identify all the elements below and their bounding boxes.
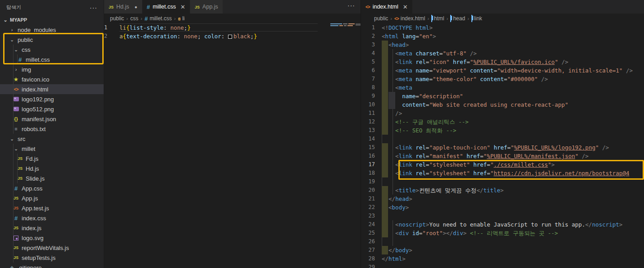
tab-label: index.html <box>373 4 398 10</box>
close-icon[interactable]: ✕ <box>403 4 408 10</box>
code-line-13[interactable]: 13 <!-- SEO 최적화 --> <box>361 126 644 135</box>
code-line-10[interactable]: 10 content="Web site created using creat… <box>361 100 644 109</box>
code-line-2[interactable]: 2a{text-decoration: none; color: black;} <box>104 32 361 41</box>
sidebar-item--gitignore[interactable]: ◆.gitignore <box>0 263 104 268</box>
sidebar-item-slide-js[interactable]: JSSlide.js <box>0 173 104 183</box>
sidebar-item-app-js[interactable]: JSApp.js <box>0 193 104 203</box>
sidebar-item-index-html[interactable]: <>index.html <box>0 84 104 94</box>
breadcrumb-separator-icon: › <box>141 16 142 21</box>
file-label: Hd.js <box>26 165 39 172</box>
breadcrumb-separator-icon: › <box>427 16 429 21</box>
indent-highlight <box>382 109 388 118</box>
tabbar-html-editor: <>index.html✕ <box>361 0 644 14</box>
editor-more-actions-icon[interactable]: ··· <box>347 3 355 8</box>
sidebar-item-img[interactable]: ›img <box>0 64 104 74</box>
code-line-25[interactable]: 25 <div id="root"></div> <!-- 리액트로 구동되는 … <box>361 229 644 237</box>
sidebar-item-node_modules[interactable]: ›node_modules <box>0 25 104 35</box>
code-line-19[interactable]: 19 <box>361 177 644 186</box>
indent-guide <box>393 126 393 135</box>
explorer-more-actions-icon[interactable]: ··· <box>90 5 97 10</box>
sidebar-item-millet[interactable]: ⌄millet <box>0 144 104 154</box>
minimap-slider[interactable] <box>356 23 361 26</box>
line-number: 14 <box>361 135 382 143</box>
sidebar-item-index-css[interactable]: #index.css <box>0 213 104 223</box>
code-line-3[interactable]: 3 <head> <box>361 41 644 49</box>
code-line-21[interactable]: 21 </head> <box>361 195 644 203</box>
sidebar-item-setuptests-js[interactable]: JSsetupTests.js <box>0 253 104 263</box>
breadcrumb-item-li[interactable]: ꞛli <box>178 15 185 22</box>
indent-highlight <box>382 229 388 237</box>
sidebar-item-app-test-js[interactable]: JSApp.test.js <box>0 203 104 213</box>
code-line-22[interactable]: 22 <body> <box>361 203 644 212</box>
code-line-9[interactable]: 9 name="description" <box>361 92 644 100</box>
code-line-24[interactable]: 24 <noscript>You need to enable JavaScri… <box>361 220 644 229</box>
breadcrumb-item-public[interactable]: public <box>110 15 124 22</box>
sidebar-item-logo192-png[interactable]: logo192.png <box>0 94 104 104</box>
code-line-23[interactable]: 23 <box>361 212 644 220</box>
css-file-icon: # <box>147 4 150 10</box>
sidebar-item-fd-js[interactable]: JSFd.js <box>0 154 104 164</box>
line-content: </html> <box>382 254 644 263</box>
sidebar-item-manifest-json[interactable]: {}manifest.json <box>0 114 104 124</box>
project-root-myapp[interactable]: ⌄ MYAPP <box>0 15 104 25</box>
sidebar-item-app-css[interactable]: #App.css <box>0 183 104 193</box>
breadcrumb-item-millet-css[interactable]: #millet.css <box>145 15 172 22</box>
code-line-26[interactable]: 26 <box>361 237 644 246</box>
tree-indent-guide <box>13 213 14 223</box>
sidebar-item-public[interactable]: ⌄public <box>0 35 104 45</box>
sidebar-item-index-js[interactable]: JSindex.js <box>0 223 104 233</box>
sidebar-item-reportwebvitals-js[interactable]: JSreportWebVitals.js <box>0 243 104 253</box>
indent-guide <box>393 49 393 58</box>
breadcrumb-item-head[interactable]: head <box>450 15 465 22</box>
code-line-12[interactable]: 12 <!-- 구글 애널리틱스 --> <box>361 118 644 126</box>
favicon-file-icon: ★ <box>14 77 18 82</box>
line-content <box>382 237 644 246</box>
breadcrumb-item-css[interactable]: css <box>130 15 138 22</box>
code-line-1[interactable]: 1li{list-style: none;} <box>104 23 361 32</box>
css-editor-tab-millet-css[interactable]: #millet.css✕ <box>142 0 191 14</box>
code-line-5[interactable]: 5 <link rel="icon" href="%PUBLIC_URL%/fa… <box>361 58 644 66</box>
sidebar-item-robots-txt[interactable]: ≡robots.txt <box>0 124 104 134</box>
css-editor-tab-hd-js[interactable]: JSHd.js● <box>104 0 142 14</box>
code-line-15[interactable]: 15 <link rel="apple-touch-icon" href="%P… <box>361 143 644 152</box>
sidebar-item-logo-svg[interactable]: logo.svg <box>0 233 104 243</box>
code-line-7[interactable]: 7 <meta name="theme-color" content="#000… <box>361 75 644 83</box>
code-line-18[interactable]: 18 <link rel="stylesheet" href="https://… <box>361 169 644 177</box>
close-icon[interactable]: ✕ <box>180 4 185 10</box>
breadcrumb-label: link <box>474 15 482 22</box>
html-editor-tab-index-html[interactable]: <>index.html✕ <box>361 0 413 14</box>
breadcrumb-label: index.html <box>401 15 425 22</box>
file-label: Slide.js <box>26 175 45 182</box>
code-line-27[interactable]: 27 </body> <box>361 246 644 254</box>
code-line-6[interactable]: 6 <meta name="viewport" content="width=d… <box>361 66 644 75</box>
file-label: manifest.json <box>22 116 56 123</box>
code-line-2[interactable]: 2<html lang="en"> <box>361 32 644 41</box>
code-line-17[interactable]: 17 <link rel="stylesheet" href="./css/mi… <box>361 160 644 169</box>
sidebar-item-millet-css[interactable]: #millet.css <box>0 55 104 64</box>
css-editor-tab-app-js[interactable]: JSApp.js <box>190 0 223 14</box>
sidebar-item-hd-js[interactable]: JSHd.js <box>0 164 104 173</box>
code-line-1[interactable]: 1<!DOCTYPE html> <box>361 23 644 32</box>
git-file-icon: ◆ <box>10 265 14 268</box>
code-line-14[interactable]: 14 <box>361 135 644 143</box>
code-line-8[interactable]: 8 <meta <box>361 83 644 92</box>
code-line-11[interactable]: 11 /> <box>361 109 644 118</box>
breadcrumb-item-link[interactable]: link <box>471 15 482 22</box>
sidebar-item-src[interactable]: ⌄src <box>0 134 104 144</box>
sidebar-item-logo512-png[interactable]: logo512.png <box>0 104 104 114</box>
code-line-20[interactable]: 20 <title>컨텐츠에 맞게끔 수정</title> <box>361 186 644 195</box>
code-line-29[interactable]: 29 <box>361 263 644 268</box>
breadcrumb-item-index-html[interactable]: <>index.html <box>394 15 425 22</box>
javascript-file-icon: JS <box>109 5 114 9</box>
code-line-16[interactable]: 16 <link rel="manifest" href="%PUBLIC_UR… <box>361 152 644 160</box>
code-line-28[interactable]: 28</html> <box>361 254 644 263</box>
line-number: 19 <box>361 177 382 186</box>
minimap[interactable] <box>330 23 356 27</box>
code-line-4[interactable]: 4 <meta charset="utf-8" /> <box>361 49 644 58</box>
breadcrumb-item-public[interactable]: public <box>374 15 388 22</box>
sidebar-item-favicon-ico[interactable]: ★favicon.ico <box>0 74 104 84</box>
line-content: li{list-style: none;} <box>119 23 361 32</box>
breadcrumb-item-html[interactable]: html <box>431 15 444 22</box>
line-content <box>382 212 644 220</box>
sidebar-item-css[interactable]: ⌄css <box>0 45 104 55</box>
